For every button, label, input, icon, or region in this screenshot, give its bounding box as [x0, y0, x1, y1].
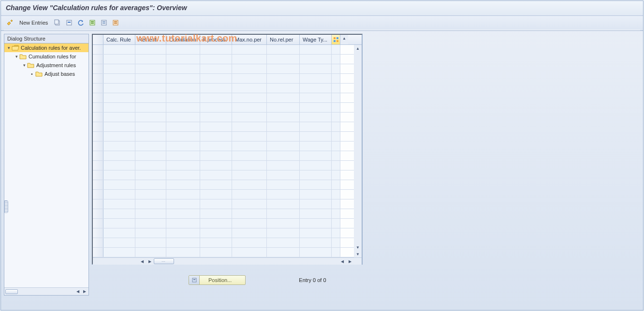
- table-cell[interactable]: [200, 93, 232, 102]
- table-row[interactable]: [93, 113, 354, 122]
- table-cell[interactable]: [135, 55, 166, 64]
- table-row[interactable]: [93, 248, 354, 257]
- table-cell[interactable]: [135, 161, 166, 170]
- new-entries-button[interactable]: New Entries: [16, 18, 51, 28]
- tree-item-adjustment-rules[interactable]: ▾ Adjustment rules: [4, 61, 88, 70]
- table-cell[interactable]: [166, 74, 200, 83]
- table-row[interactable]: [93, 103, 354, 113]
- row-selector[interactable]: [93, 103, 103, 112]
- table-cell[interactable]: [232, 199, 267, 209]
- table-cell[interactable]: [232, 151, 267, 160]
- table-cell[interactable]: [300, 180, 332, 189]
- table-cell[interactable]: [267, 64, 300, 73]
- table-row[interactable]: [93, 180, 354, 190]
- row-selector[interactable]: [93, 228, 103, 238]
- table-cell[interactable]: [135, 45, 166, 54]
- table-cell[interactable]: [232, 74, 267, 83]
- table-row[interactable]: [93, 161, 354, 170]
- row-selector[interactable]: [93, 84, 103, 93]
- deselect-all-icon[interactable]: [111, 18, 120, 28]
- table-row[interactable]: [93, 190, 354, 199]
- table-cell[interactable]: [300, 64, 332, 73]
- table-cell[interactable]: [232, 64, 267, 73]
- table-cell[interactable]: [200, 170, 232, 180]
- select-all-icon[interactable]: [88, 18, 97, 28]
- scroll-right-step-icon[interactable]: ▶: [146, 258, 154, 265]
- table-cell[interactable]: [166, 45, 200, 54]
- table-row[interactable]: [93, 219, 354, 228]
- scroll-bottom-icon[interactable]: ▼: [354, 251, 362, 257]
- table-cell[interactable]: [166, 161, 200, 170]
- table-cell[interactable]: [232, 180, 267, 189]
- table-cell[interactable]: [267, 103, 300, 112]
- table-cell[interactable]: [135, 84, 166, 93]
- table-cell[interactable]: [300, 248, 332, 257]
- row-selector[interactable]: [93, 122, 103, 131]
- table-cell[interactable]: [232, 170, 267, 180]
- table-cell[interactable]: [166, 180, 200, 189]
- table-cell[interactable]: [300, 161, 332, 170]
- table-cell[interactable]: [232, 45, 267, 54]
- table-cell[interactable]: [300, 238, 332, 247]
- scrollbar-thumb[interactable]: ⋯: [154, 258, 174, 264]
- undo-icon[interactable]: [76, 18, 86, 28]
- table-cell[interactable]: [267, 170, 300, 180]
- table-cell[interactable]: [166, 209, 200, 218]
- table-cell[interactable]: [232, 55, 267, 64]
- vertical-scrollbar[interactable]: ▲ ▼ ▼: [354, 45, 362, 257]
- position-button[interactable]: Position...: [189, 275, 246, 285]
- table-cell[interactable]: [300, 141, 332, 151]
- table-cell[interactable]: [166, 248, 200, 257]
- table-cell[interactable]: [232, 132, 267, 141]
- table-cell[interactable]: [135, 103, 166, 112]
- table-cell[interactable]: [267, 248, 300, 257]
- table-cell[interactable]: [300, 122, 332, 131]
- table-cell[interactable]: [232, 122, 267, 131]
- table-cell[interactable]: [166, 132, 200, 141]
- table-cell[interactable]: [166, 151, 200, 160]
- row-selector-header[interactable]: [93, 35, 103, 44]
- table-cell[interactable]: [200, 209, 232, 218]
- table-cell[interactable]: [267, 122, 300, 131]
- table-cell[interactable]: [135, 151, 166, 160]
- table-cell[interactable]: [200, 113, 232, 122]
- table-cell[interactable]: [103, 55, 135, 64]
- row-selector[interactable]: [93, 151, 103, 160]
- table-cell[interactable]: [300, 199, 332, 209]
- table-cell[interactable]: [267, 151, 300, 160]
- table-cell[interactable]: [267, 113, 300, 122]
- table-cell[interactable]: [232, 141, 267, 151]
- table-cell[interactable]: [135, 170, 166, 180]
- row-selector[interactable]: [93, 55, 103, 64]
- table-cell[interactable]: [166, 64, 200, 73]
- table-cell[interactable]: [103, 248, 135, 257]
- table-cell[interactable]: [232, 113, 267, 122]
- table-cell[interactable]: [232, 84, 267, 93]
- table-row[interactable]: [93, 93, 354, 103]
- scrollbar-thumb[interactable]: [5, 289, 18, 294]
- table-cell[interactable]: [200, 190, 232, 199]
- scroll-left-icon[interactable]: ◀: [138, 258, 146, 265]
- table-cell[interactable]: [200, 151, 232, 160]
- table-cell[interactable]: [166, 190, 200, 199]
- table-row[interactable]: [93, 228, 354, 238]
- scroll-right-end-icon[interactable]: ▶: [346, 258, 354, 265]
- table-cell[interactable]: [267, 219, 300, 228]
- table-cell[interactable]: [103, 161, 135, 170]
- column-header-max-no-per[interactable]: Max.no.per: [232, 35, 267, 44]
- copy-icon[interactable]: [53, 18, 62, 28]
- table-cell[interactable]: [135, 74, 166, 83]
- table-cell[interactable]: [232, 161, 267, 170]
- table-cell[interactable]: [300, 93, 332, 102]
- table-cell[interactable]: [135, 113, 166, 122]
- tree-expander-icon[interactable]: ▾: [14, 54, 19, 59]
- scroll-left-icon[interactable]: ◀: [75, 289, 81, 295]
- table-cell[interactable]: [232, 209, 267, 218]
- table-cell[interactable]: [103, 84, 135, 93]
- table-cell[interactable]: [200, 248, 232, 257]
- table-cell[interactable]: [232, 219, 267, 228]
- table-cell[interactable]: [103, 199, 135, 209]
- row-selector[interactable]: [93, 209, 103, 218]
- splitter-handle[interactable]: [4, 200, 8, 213]
- table-cell[interactable]: [135, 132, 166, 141]
